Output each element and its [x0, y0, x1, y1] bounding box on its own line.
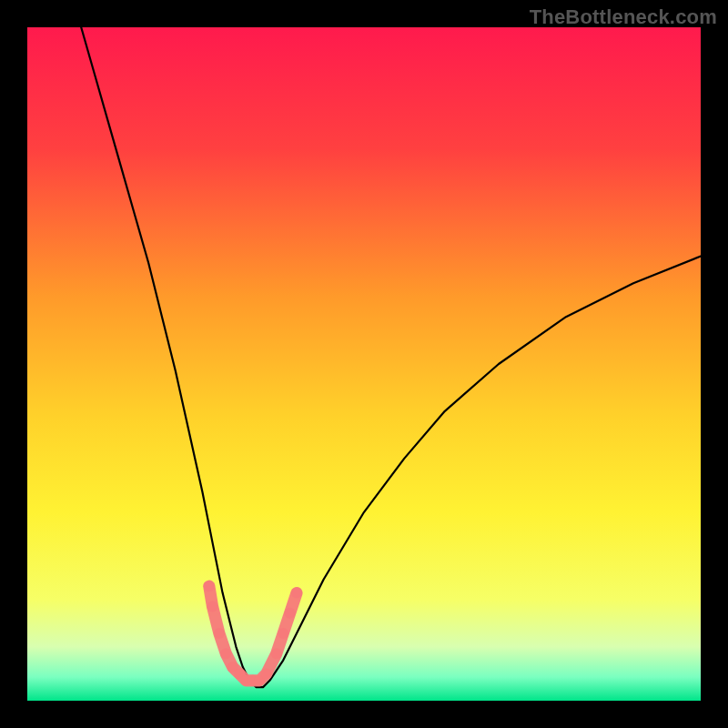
highlight-point: [220, 648, 231, 659]
highlight-point: [214, 628, 225, 639]
highlight-point: [291, 588, 302, 599]
highlight-point: [271, 648, 282, 659]
chart-frame: TheBottleneck.com: [0, 0, 728, 728]
highlight-point: [207, 601, 218, 612]
gradient-background: [27, 27, 701, 701]
highlight-point: [278, 628, 288, 639]
bottleneck-chart: [27, 27, 701, 701]
watermark-text: TheBottleneck.com: [530, 5, 717, 29]
highlight-point: [261, 668, 272, 679]
plot-area: [27, 27, 701, 701]
highlight-point: [204, 581, 215, 592]
highlight-point: [285, 608, 296, 619]
